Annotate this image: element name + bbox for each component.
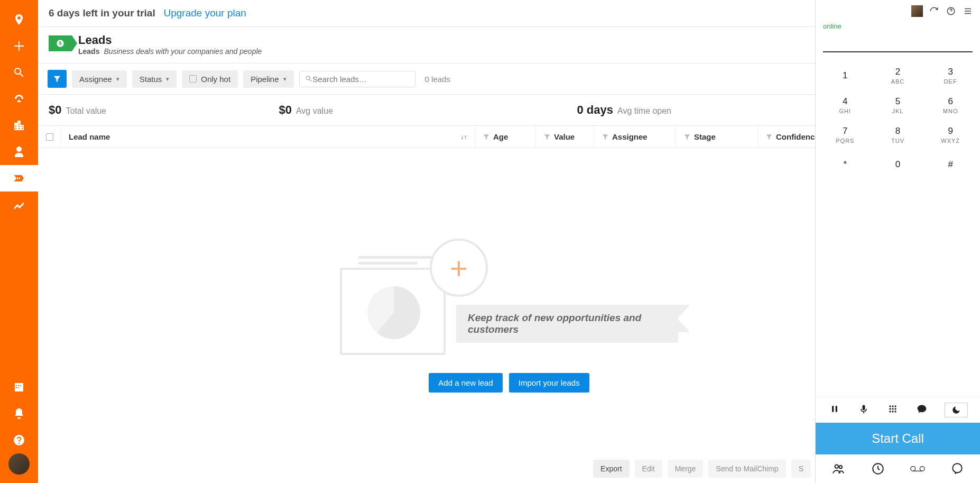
- svg-point-7: [892, 408, 893, 409]
- phone-status: online: [816, 22, 980, 30]
- import-leads-button[interactable]: Import your leads: [509, 373, 589, 393]
- export-button[interactable]: Export: [593, 460, 629, 478]
- lead-count: 0 leads: [425, 75, 450, 84]
- page-subtitle: LeadsBusiness deals with your companies …: [78, 47, 262, 56]
- keypad-#[interactable]: #: [924, 150, 977, 179]
- stat-total-value: $0Total value: [49, 103, 279, 117]
- mic-icon[interactable]: [857, 403, 870, 415]
- voicemail-icon[interactable]: [910, 461, 926, 477]
- keypad-3[interactable]: 3DEF: [924, 61, 977, 90]
- svg-point-17: [953, 463, 961, 472]
- contacts-icon[interactable]: [830, 461, 846, 477]
- dial-input[interactable]: [823, 34, 973, 52]
- keypad-7[interactable]: 7PQRS: [819, 120, 872, 150]
- add-icon[interactable]: [0, 33, 38, 59]
- help-icon[interactable]: [0, 427, 38, 453]
- trial-days-text: 6 days left in your trial: [49, 7, 155, 19]
- search-icon[interactable]: [0, 59, 38, 86]
- keypad-1[interactable]: 1: [819, 61, 872, 90]
- refresh-icon[interactable]: [928, 5, 940, 17]
- messages-icon[interactable]: [949, 461, 965, 477]
- svg-point-10: [892, 411, 893, 412]
- start-call-button[interactable]: Start Call: [816, 423, 980, 454]
- col-value[interactable]: Value: [536, 126, 594, 148]
- svg-point-11: [894, 411, 896, 412]
- col-checkbox[interactable]: [38, 127, 61, 147]
- s-button[interactable]: S: [791, 460, 811, 478]
- col-lead-name[interactable]: Lead name↓↑: [61, 126, 475, 148]
- keypad-9[interactable]: 9WXYZ: [924, 120, 977, 150]
- stat-avg-value: $0Avg value: [279, 103, 510, 117]
- svg-rect-1: [832, 406, 834, 412]
- pipeline-filter[interactable]: Pipeline▾: [243, 70, 293, 88]
- search-icon: [305, 75, 313, 83]
- menu-icon[interactable]: [962, 5, 974, 17]
- companies-icon[interactable]: [0, 112, 38, 139]
- svg-point-4: [892, 405, 893, 407]
- empty-banner: Keep track of new opportunities and cust…: [456, 305, 678, 343]
- svg-point-13: [839, 466, 842, 468]
- keypad-2[interactable]: 2ABC: [872, 61, 924, 90]
- phone-panel: online 12ABC3DEF4GHI5JKL6MNO7PQRS8TUV9WX…: [815, 0, 980, 483]
- col-age[interactable]: Age: [475, 126, 536, 148]
- moon-icon[interactable]: [945, 403, 968, 417]
- svg-point-12: [835, 464, 839, 468]
- keypad: 12ABC3DEF4GHI5JKL6MNO7PQRS8TUV9WXYZ*0#: [816, 61, 980, 179]
- svg-point-3: [889, 405, 891, 407]
- user-avatar[interactable]: [8, 453, 30, 475]
- leads-icon[interactable]: [0, 165, 38, 192]
- search-leads-input-wrap[interactable]: [299, 71, 415, 87]
- only-hot-checkbox[interactable]: [189, 75, 197, 83]
- stat-avg-time: 0 daysAvg time open: [509, 103, 739, 117]
- dashboard-icon[interactable]: [0, 86, 38, 112]
- lead-badge-icon: [49, 35, 72, 51]
- filter-toggle-button[interactable]: [48, 70, 67, 88]
- svg-rect-2: [835, 406, 837, 412]
- svg-point-5: [894, 405, 896, 407]
- keypad-6[interactable]: 6MNO: [924, 90, 977, 120]
- edit-button[interactable]: Edit: [635, 460, 662, 478]
- add-new-lead-button[interactable]: Add a new lead: [429, 373, 502, 393]
- only-hot-filter[interactable]: Only hot: [182, 70, 238, 88]
- left-sidebar: [0, 0, 38, 483]
- upgrade-link[interactable]: Upgrade your plan: [164, 7, 246, 19]
- keypad-5[interactable]: 5JKL: [872, 90, 924, 120]
- pause-icon[interactable]: [828, 403, 841, 415]
- search-leads-input[interactable]: [312, 75, 409, 84]
- chat-icon[interactable]: [916, 403, 928, 415]
- notifications-icon[interactable]: [0, 400, 38, 427]
- people-icon[interactable]: [0, 139, 38, 165]
- keypad-8[interactable]: 8TUV: [872, 120, 924, 150]
- phone-avatar[interactable]: [911, 5, 923, 17]
- merge-button[interactable]: Merge: [668, 460, 704, 478]
- svg-point-8: [894, 408, 896, 409]
- help-circle-icon[interactable]: [945, 5, 957, 17]
- logo-icon[interactable]: [0, 6, 38, 33]
- dialpad-icon[interactable]: [886, 403, 899, 415]
- bottom-actions: Export Edit Merge Send to MailChimp S: [593, 460, 811, 478]
- svg-point-15: [911, 467, 916, 471]
- page-title: Leads: [78, 33, 262, 47]
- svg-point-6: [889, 408, 891, 409]
- svg-point-16: [920, 467, 924, 471]
- reports-icon[interactable]: [0, 192, 38, 218]
- status-filter[interactable]: Status▾: [132, 70, 177, 88]
- keypad-0[interactable]: 0: [872, 150, 924, 179]
- plus-circle-icon: +: [430, 239, 488, 297]
- keypad-*[interactable]: *: [819, 150, 872, 179]
- sort-icon[interactable]: ↓↑: [460, 133, 467, 141]
- send-mailchimp-button[interactable]: Send to MailChimp: [708, 460, 785, 478]
- recent-icon[interactable]: [870, 461, 886, 477]
- col-assignee[interactable]: Assignee: [594, 126, 676, 148]
- assignee-filter[interactable]: Assignee▾: [72, 70, 127, 88]
- keypad-4[interactable]: 4GHI: [819, 90, 872, 120]
- calendar-icon[interactable]: [0, 374, 38, 400]
- svg-point-9: [889, 411, 891, 412]
- col-stage[interactable]: Stage: [676, 126, 758, 148]
